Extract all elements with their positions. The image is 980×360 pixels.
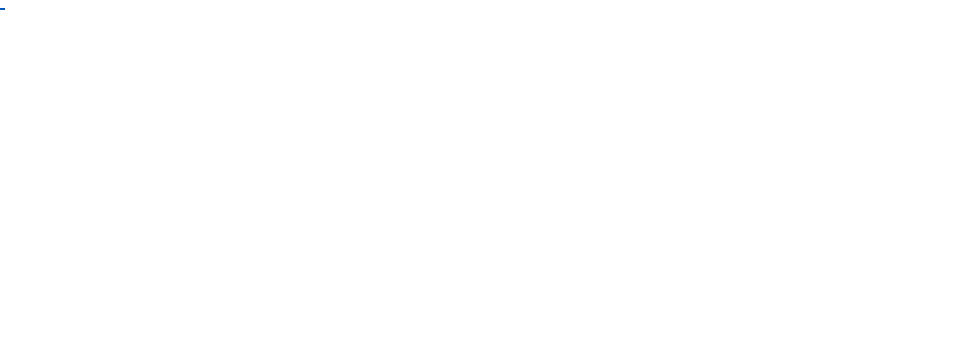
highlight-overlay (0, 8, 5, 10)
